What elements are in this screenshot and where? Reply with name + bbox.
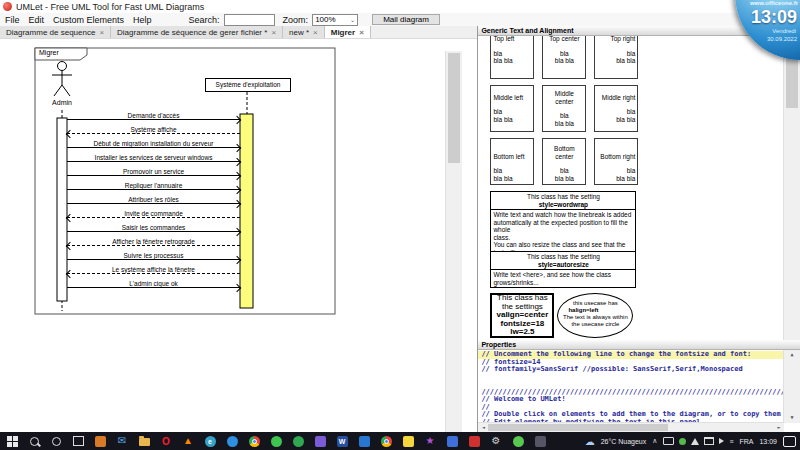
vm-app-icon[interactable] bbox=[534, 435, 546, 447]
keyboard-language[interactable]: FRA bbox=[739, 438, 753, 445]
tab-new--[interactable]: new *× bbox=[283, 26, 325, 38]
properties-vertical-scrollbar[interactable]: ▲ ▼ bbox=[783, 350, 800, 423]
close-icon[interactable]: × bbox=[313, 28, 318, 37]
properties-line[interactable] bbox=[478, 381, 784, 389]
word-icon[interactable]: W bbox=[336, 435, 348, 447]
properties-line[interactable]: // Double click on elements to add them … bbox=[478, 411, 784, 419]
palette-autoresize-class[interactable]: This class has the settingstyle=autoresi… bbox=[490, 251, 636, 288]
diagram-canvas[interactable]: Migrer Admin Système d'exploitation Dema… bbox=[0, 39, 462, 432]
close-icon[interactable]: × bbox=[99, 28, 104, 37]
star-app-icon[interactable]: ★ bbox=[424, 435, 436, 447]
scroll-down-icon[interactable]: ▼ bbox=[784, 413, 800, 423]
settings-icon[interactable]: ⚙ bbox=[490, 435, 502, 447]
properties-line[interactable]: // fontsize=14 bbox=[478, 359, 784, 367]
scrollbar-thumb[interactable] bbox=[488, 424, 668, 431]
palette-settings-class[interactable]: This class hasthe settingsvalign=centerf… bbox=[490, 293, 554, 338]
chrome-beta-icon[interactable] bbox=[380, 435, 392, 447]
printer-icon[interactable] bbox=[704, 437, 714, 445]
message-arrow[interactable]: Suivre les processus bbox=[67, 259, 240, 260]
properties-line[interactable] bbox=[478, 374, 784, 382]
chrome-icon[interactable] bbox=[248, 435, 260, 447]
search-input[interactable] bbox=[224, 14, 275, 26]
properties-line[interactable]: // Uncomment the following line to chang… bbox=[478, 351, 784, 359]
office-icon[interactable] bbox=[94, 435, 106, 447]
outlook-icon[interactable] bbox=[314, 435, 326, 447]
umlet-running-icon[interactable] bbox=[512, 435, 524, 447]
message-arrow[interactable]: Saisir les commandes bbox=[67, 231, 240, 232]
whatsapp-icon[interactable] bbox=[270, 435, 282, 447]
skype-icon[interactable] bbox=[226, 435, 238, 447]
palette-cell-top-left[interactable]: Top leftblabla bla bbox=[490, 36, 534, 79]
palette-usecase[interactable]: this usecase hashalign=leftThe text is a… bbox=[557, 293, 633, 338]
menu-custom-elements[interactable]: Custom Elements bbox=[53, 15, 124, 25]
file-explorer-icon[interactable] bbox=[138, 435, 150, 447]
message-arrow[interactable]: Attribuer les rôles bbox=[67, 203, 240, 204]
scroll-up-icon[interactable]: ▲ bbox=[784, 350, 800, 360]
opera-icon[interactable]: O bbox=[160, 435, 172, 447]
palette-cell-middle-center[interactable]: Middle centerblabla bla bbox=[542, 85, 586, 132]
mail-icon[interactable]: ✉ bbox=[116, 435, 128, 447]
message-arrow[interactable]: Installer les services de serveur window… bbox=[67, 161, 240, 162]
tab-diagramme-de-sequence[interactable]: Diagramme de sequence× bbox=[0, 26, 111, 38]
start-button[interactable] bbox=[6, 435, 18, 447]
palette-cell-top-right[interactable]: Top rightblabla bla bbox=[594, 36, 638, 79]
palette-cell-middle-left[interactable]: Middle leftblabla bla bbox=[490, 85, 534, 132]
hidden-icons-chevron-icon[interactable]: ∧ bbox=[652, 437, 657, 445]
properties-editor[interactable]: // Uncomment the following line to chang… bbox=[478, 350, 800, 432]
volume-icon[interactable] bbox=[719, 438, 724, 444]
properties-line[interactable]: ////////////////////////////////////////… bbox=[478, 389, 784, 397]
vlc-icon[interactable]: ▲ bbox=[182, 435, 194, 447]
properties-line[interactable]: // bbox=[478, 404, 784, 412]
palette-cell-bottom-center[interactable]: Bottom centerblabla bla bbox=[542, 138, 586, 185]
menu-help[interactable]: Help bbox=[133, 15, 152, 25]
palette-cell-bottom-right[interactable]: Bottom rightblabla bla bbox=[594, 138, 638, 185]
tab-migrer[interactable]: Migrer× bbox=[325, 26, 371, 38]
tab-diagramme-de-s-quence-de-gerer-fichier--[interactable]: Diagramme de séquence de gerer fichier *… bbox=[111, 26, 283, 38]
battery-icon[interactable] bbox=[663, 437, 674, 445]
messenger-green-icon[interactable] bbox=[292, 435, 304, 447]
taskbar-clock[interactable]: 13:09 bbox=[759, 438, 777, 445]
close-icon[interactable]: × bbox=[359, 28, 364, 37]
scroll-left-icon[interactable]: ◄ bbox=[478, 423, 488, 432]
message-arrow[interactable]: Promovoir un service bbox=[67, 175, 240, 176]
photos-icon[interactable] bbox=[446, 435, 458, 447]
update-icon[interactable] bbox=[679, 438, 686, 445]
canvas-vertical-scrollbar[interactable] bbox=[445, 51, 462, 432]
task-view-icon[interactable] bbox=[72, 435, 84, 447]
palette-cell-bottom-left[interactable]: Bottom leftblabla bla bbox=[490, 138, 534, 185]
close-icon[interactable]: × bbox=[271, 28, 276, 37]
wifi-icon[interactable] bbox=[691, 438, 699, 445]
red-app-icon[interactable] bbox=[468, 435, 480, 447]
sticky-notes-icon[interactable] bbox=[402, 435, 414, 447]
properties-line[interactable]: // Welcome to UMLet! bbox=[478, 396, 784, 404]
scrollbar-thumb[interactable] bbox=[448, 53, 460, 163]
menu-edit[interactable]: Edit bbox=[29, 15, 45, 25]
message-arrow[interactable]: Système affiche bbox=[67, 133, 240, 134]
tab-label: Diagramme de séquence de gerer fichier * bbox=[117, 28, 267, 37]
properties-line[interactable]: // fontfamily=SansSerif //possible: Sans… bbox=[478, 366, 784, 374]
mail-diagram-button[interactable]: Mail diagram bbox=[372, 14, 440, 25]
scroll-right-icon[interactable]: ► bbox=[774, 423, 784, 432]
palette-vertical-scrollbar[interactable] bbox=[783, 36, 800, 340]
message-arrow[interactable]: Afficher la fênetre retrograde bbox=[67, 245, 240, 246]
palette-cell-top-center[interactable]: Top centerblabla bla bbox=[542, 36, 586, 79]
search-icon[interactable] bbox=[28, 435, 40, 447]
weather-cloud-icon[interactable]: ☁ bbox=[585, 436, 595, 447]
network-lines-icon[interactable]: ≡ bbox=[729, 438, 733, 445]
message-arrow[interactable]: Le système affiche la fênetre bbox=[67, 273, 240, 274]
menu-file[interactable]: File bbox=[5, 15, 20, 25]
remote-desktop-icon[interactable] bbox=[358, 435, 370, 447]
weather-text[interactable]: 26°C Nuageux bbox=[601, 438, 647, 445]
system-lifeline-box[interactable]: Système d'exploitation bbox=[205, 78, 291, 92]
message-arrow[interactable]: Invite de commande bbox=[67, 217, 240, 218]
cortana-icon[interactable] bbox=[50, 435, 62, 447]
edge-icon[interactable]: e bbox=[204, 435, 216, 447]
message-arrow[interactable]: L'admin cique ok bbox=[67, 287, 240, 288]
properties-horizontal-scrollbar[interactable]: ◄ ► bbox=[478, 422, 784, 432]
message-arrow[interactable]: Repliquer l'annuaire bbox=[67, 189, 240, 190]
palette-cell-middle-right[interactable]: Middle rightblabla bla bbox=[594, 85, 638, 132]
notification-center-icon[interactable] bbox=[783, 436, 796, 447]
message-arrow[interactable]: Demande d'accès bbox=[67, 119, 240, 120]
zoom-select[interactable]: 100% ⌄ bbox=[312, 14, 358, 26]
message-arrow[interactable]: Début de migration installation du serve… bbox=[67, 147, 240, 148]
